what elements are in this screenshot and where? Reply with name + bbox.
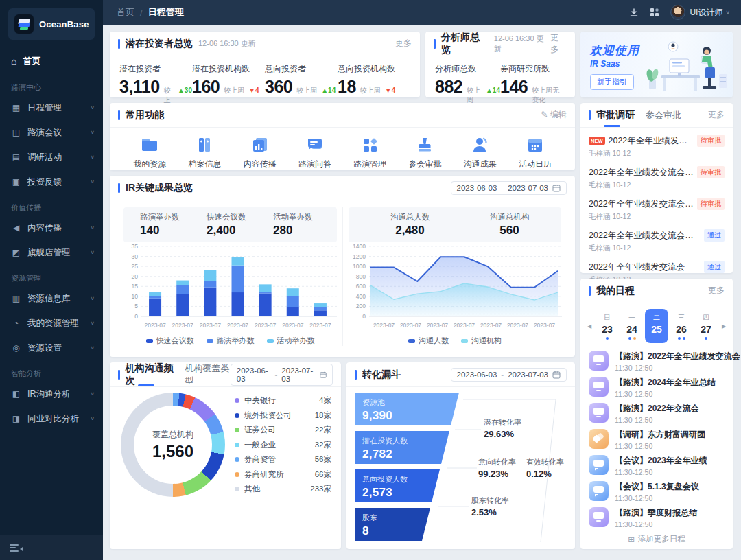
quick-item-meeting-approval[interactable]: 参会审批 (397, 135, 452, 170)
calendar-icon (320, 371, 327, 379)
stat-value: 3,110 (119, 77, 160, 97)
sidebar-item-resource-settings[interactable]: ◎资源设置∨ (0, 336, 103, 360)
tab-approval-survey[interactable]: 审批调研 (589, 103, 635, 127)
card-title: 转化漏斗 (355, 369, 401, 381)
schedule-item[interactable]: 【会议】5.1.3复盘会议11:30-12:50 (589, 478, 725, 504)
more-link[interactable]: 更多 (708, 285, 725, 296)
sidebar-item-flagship-store[interactable]: ◩旗舰店管理∨ (0, 240, 103, 265)
chat-icon: ◧ (11, 389, 21, 399)
ir-right-half: 沟通总人数2,480 沟通总机构560 02004006008001000120… (342, 207, 567, 346)
download-icon[interactable] (629, 8, 639, 17)
sidebar-item-home[interactable]: ⌂ 首页 (0, 48, 103, 74)
sidebar-item-invest-feedback[interactable]: ▣投资反馈∨ (0, 170, 103, 194)
home-icon: ⌂ (11, 56, 16, 67)
date-range-picker[interactable]: 2023-06-03-2023-07-03 (451, 368, 567, 382)
sidebar-item-resource-library[interactable]: ▥资源信息库∨ (0, 286, 103, 311)
chevron-down-icon: ∨ (725, 9, 730, 16)
sidebar-section-roadshow-center: 路演中心 (0, 74, 103, 95)
stat-total-people: 沟通总人数2,480 (355, 212, 455, 237)
folder-icon (139, 135, 160, 155)
legend-item: 证券公司22家 (235, 425, 331, 435)
stat-quick-meetings: 快速会议数2,400 (197, 212, 263, 237)
approval-item[interactable]: NEW 2022年全年业绩发交流会绩... 待审批 毛梓涵 10-12 (589, 130, 725, 162)
apps-grid-icon[interactable] (650, 8, 659, 17)
sidebar-item-peer-compare[interactable]: ◨同业对比分析∨ (0, 406, 103, 431)
ir-key-results-card: IR关键成果总览 2023-06-03-2023-07-03 路演举办数140 … (110, 176, 575, 357)
newbie-guide-button[interactable]: 新手指引 (590, 74, 634, 90)
schedule-item[interactable]: 【路演】2024年全年业总结11:30-12:50 (589, 373, 725, 399)
edit-link[interactable]: ✎ 编辑 (541, 109, 567, 121)
tab-coverage-type[interactable]: 机构覆盖类型 (185, 362, 231, 386)
card-title: 我的日程 (589, 285, 635, 297)
delta-up: ▲14 (486, 86, 500, 94)
donut-chart: 覆盖总机构 1,560 (121, 393, 225, 497)
more-link[interactable]: 更多 (550, 32, 567, 56)
sidebar-item-survey-activity[interactable]: ▤调研活动∨ (0, 145, 103, 170)
quick-item-archive-info[interactable]: 档案信息 (177, 135, 232, 170)
svg-text:15: 15 (132, 283, 139, 290)
approval-item[interactable]: 2022年全年业绩发交流会绩发通过 毛梓涵 10-12 (589, 225, 725, 257)
more-link[interactable]: 更多 (708, 109, 725, 121)
approval-meta: 毛梓涵 10-12 (589, 149, 725, 159)
approval-item[interactable]: 2022年全年业绩发交流会绩发待审批 毛梓涵 10-12 (589, 194, 725, 225)
collapse-sidebar-button[interactable] (10, 544, 19, 552)
sidebar-item-content-spread[interactable]: ◀内容传播∨ (0, 215, 103, 240)
sidebar-item-my-resources[interactable]: ◔我的资源管理∨ (0, 311, 103, 336)
prev-day-arrow[interactable]: ◀ (585, 323, 594, 329)
stat-total-orgs: 沟通总机构560 (455, 212, 554, 237)
calendar-day-24[interactable]: 一24 (620, 309, 644, 343)
date-range-picker[interactable]: 2023-06-03-2023-07-03 (231, 364, 333, 386)
calendar-day-26[interactable]: 三26 (670, 309, 693, 343)
quick-item-activity-calendar[interactable]: 活动日历 (508, 135, 563, 170)
quick-item-content-spread[interactable]: 内容传播 (233, 135, 287, 170)
svg-text:30: 30 (132, 253, 139, 260)
roadshow-icon (589, 403, 609, 423)
archive-icon (194, 135, 215, 155)
sidebar-item-schedule-mgmt[interactable]: ▦日程管理∨ (0, 95, 103, 120)
delta-up: ▲14 (321, 86, 336, 94)
stat-value: 160 (192, 77, 220, 97)
status-badge: 通过 (704, 229, 725, 242)
chevron-down-icon: ∨ (90, 154, 95, 160)
schedule-item[interactable]: 【会议】2023年全年业绩11:30-12:50 (589, 452, 725, 478)
rate-effective: 有效转化率0.12% (526, 457, 585, 479)
chevron-down-icon: ∨ (90, 416, 95, 421)
next-day-arrow[interactable]: ▶ (719, 323, 729, 329)
schedule-item[interactable]: 【路演】2022年全年业绩发交流会11:30-12:50 (589, 347, 725, 373)
add-icon: ⊞ (628, 535, 635, 544)
calendar-day-27[interactable]: 四27 (694, 309, 718, 343)
sidebar-item-ir-comm-analysis[interactable]: ◧IR沟通分析∨ (0, 382, 103, 406)
survey-icon (589, 429, 609, 449)
chevron-down-icon: ∨ (90, 105, 95, 110)
svg-text:2023-07: 2023-07 (172, 322, 193, 329)
date-range-picker[interactable]: 2023-06-03-2023-07-03 (451, 181, 567, 195)
library-icon: ▥ (11, 294, 21, 303)
calendar-day-25-selected[interactable]: 二25 (645, 309, 668, 343)
update-time: 12-06 16:30 更新 (494, 34, 551, 54)
schedule-item[interactable]: 【调研】东方财富调研团11:30-12:50 (589, 425, 725, 452)
breadcrumb-home[interactable]: 首页 (117, 6, 134, 19)
chevron-down-icon: ∨ (90, 345, 95, 351)
schedule-item[interactable]: 【路演】季度财报总结11:30-12:50 (589, 504, 725, 530)
quick-item-comm-results[interactable]: 沟通成果 (453, 135, 508, 170)
area-line-chart: 02004006008001000120014002023-072023-072… (349, 242, 563, 333)
more-link[interactable]: 更多 (395, 38, 412, 49)
calendar-day-23[interactable]: 日23 (596, 309, 619, 343)
card-title: 潜在投资者总览 (118, 38, 193, 50)
oceanbase-logo-icon (14, 14, 34, 34)
tab-comm-frequency[interactable]: 机构沟通频次 (118, 362, 174, 386)
quick-item-roadshow-qa[interactable]: 路演问答 (287, 135, 342, 170)
quick-item-roadshow-mgmt[interactable]: 路演管理 (342, 135, 397, 170)
user-menu[interactable]: UI设计师 ∨ (670, 5, 730, 20)
tab-meeting-approval[interactable]: 参会审批 (646, 103, 681, 127)
approval-item[interactable]: 2022年全年业绩发交流会绩发待审批 毛梓涵 10-12 (589, 162, 725, 194)
sidebar-home-label: 首页 (23, 55, 40, 67)
bar-chart-legend: 快速会议数 路演举办数 活动举办数 (124, 336, 337, 346)
quick-item-my-resources[interactable]: 我的资源 (122, 135, 177, 170)
add-more-schedule-button[interactable]: ⊞ 添加更多日程 (580, 534, 733, 544)
legend-item: 其他233家 (235, 484, 331, 494)
sidebar-item-roadshow-meeting[interactable]: ◫路演会议∨ (0, 120, 103, 145)
approvals-card: 审批调研 参会审批 更多 NEW 2022年全年业绩发交流会绩... 待审批 毛… (580, 103, 733, 273)
schedule-item[interactable]: 【路演】2022年交流会11:30-12:50 (589, 399, 725, 425)
brand-logo[interactable]: OceanBase (8, 8, 95, 40)
